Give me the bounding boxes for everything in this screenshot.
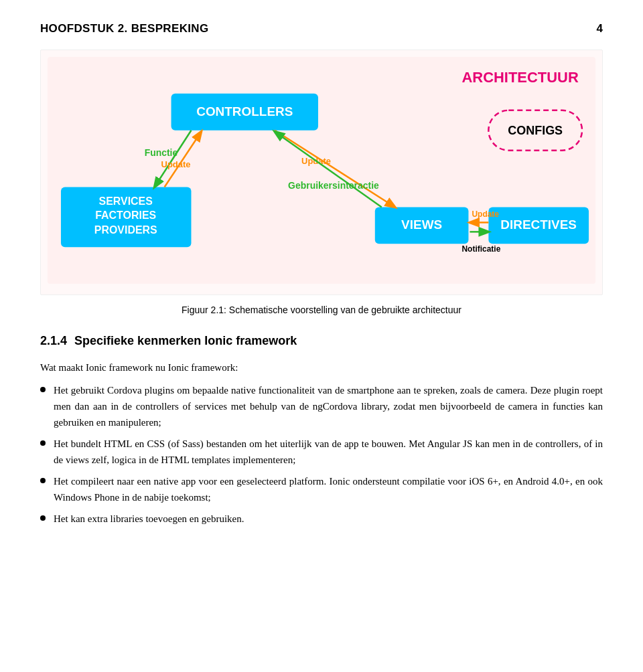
bullet-text: Het kan extra libraries toevoegen en geb… bbox=[54, 511, 603, 527]
views-label: VIEWS bbox=[401, 218, 442, 232]
architecture-diagram: ARCHITECTUUR CONTROLLERS SERVICES FACTOR… bbox=[48, 57, 595, 284]
section-heading: 2.1.4 Specifieke kenmerken Ionic framewo… bbox=[40, 332, 603, 350]
list-item: Het bundelt HTML en CSS (of Sass) bestan… bbox=[40, 436, 603, 468]
gebruikersinteractie-label: Gebruikersinteractie bbox=[288, 180, 379, 191]
architecture-label: ARCHITECTUUR bbox=[461, 68, 578, 85]
configs-label: CONFIGS bbox=[508, 123, 563, 137]
functie-label: Functie bbox=[145, 147, 178, 157]
directives-label: DIRECTIVES bbox=[500, 218, 577, 232]
page-number: 4 bbox=[597, 20, 603, 37]
bullet-dot bbox=[40, 440, 46, 446]
chapter-title: HOOFDSTUK 2. BESPREKING bbox=[40, 20, 209, 37]
list-item: Het gebruikt Cordova plugins om bepaalde… bbox=[40, 382, 603, 430]
update-label-3: Update bbox=[472, 209, 499, 219]
factories-label: FACTORIES bbox=[95, 209, 156, 221]
figure-caption: Figuur 2.1: Schematische voorstelling va… bbox=[40, 303, 603, 317]
svg-rect-0 bbox=[48, 57, 595, 284]
intro-text: Wat maakt Ionic framework nu Ionic frame… bbox=[40, 359, 603, 375]
list-item: Het kan extra libraries toevoegen en geb… bbox=[40, 511, 603, 527]
bullet-text: Het compileert naar een native app voor … bbox=[54, 473, 603, 505]
bullet-text: Het bundelt HTML en CSS (of Sass) bestan… bbox=[54, 436, 603, 468]
diagram-container: ARCHITECTUUR CONTROLLERS SERVICES FACTOR… bbox=[40, 50, 603, 296]
services-label: SERVICES bbox=[99, 195, 153, 207]
controllers-box-label: CONTROLLERS bbox=[196, 104, 293, 118]
list-item: Het compileert naar een native app voor … bbox=[40, 473, 603, 505]
bullet-list: Het gebruikt Cordova plugins om bepaalde… bbox=[40, 382, 603, 527]
bullet-dot bbox=[40, 387, 46, 392]
update-label-1: Update bbox=[161, 159, 191, 169]
bullet-dot bbox=[40, 515, 46, 521]
bullet-text: Het gebruikt Cordova plugins om bepaalde… bbox=[54, 382, 603, 430]
notificatie-label: Notificatie bbox=[461, 244, 500, 254]
providers-label: PROVIDERS bbox=[94, 224, 157, 236]
bullet-dot bbox=[40, 478, 46, 483]
